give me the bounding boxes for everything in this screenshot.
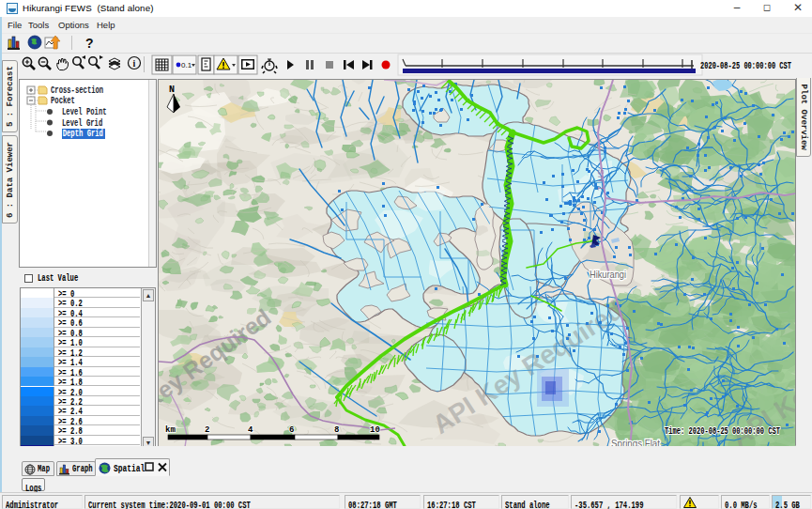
svg-text:?: ? [85,36,94,51]
svg-text:i: i [133,58,136,69]
svg-text:6: 6 [289,425,294,435]
svg-text:N: N [169,85,175,95]
svg-text:10: 10 [370,425,380,435]
svg-text:SH 1: SH 1 [596,169,605,192]
svg-text:Hikurangi: Hikurangi [590,269,626,280]
svg-text:0.1: 0.1 [181,61,192,69]
svg-text:8: 8 [334,425,339,435]
svg-text:4: 4 [248,425,253,435]
svg-text:km: km [165,425,176,435]
svg-text:2: 2 [205,425,209,435]
svg-text:Time: 2020-08-25 00:00:00 CST: Time: 2020-08-25 00:00:00 CST [665,425,780,437]
svg-text:2020-08-25 00:00:00 CST: 2020-08-25 00:00:00 CST [700,60,791,71]
svg-text:Springs Flat: Springs Flat [611,438,660,446]
